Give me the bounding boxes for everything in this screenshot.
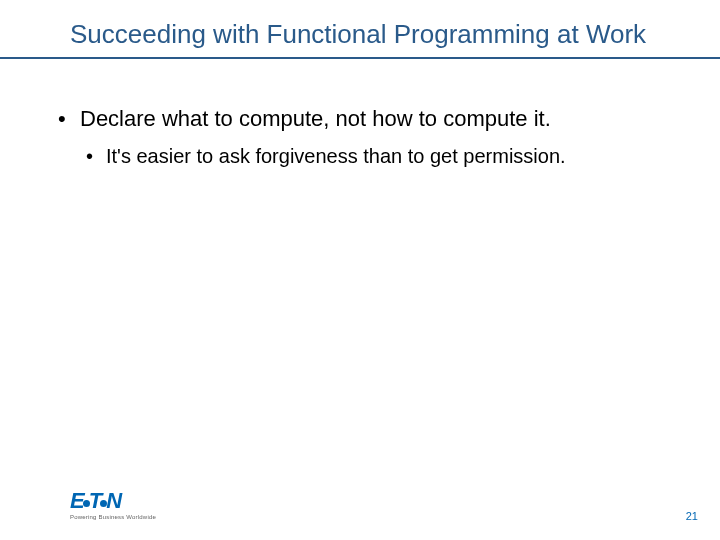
eaton-logo: ETN Powering Business Worldwide <box>70 490 156 520</box>
bullet-list: Declare what to compute, not how to comp… <box>50 104 670 171</box>
sub-bullet-list: It's easier to ask forgiveness than to g… <box>80 143 670 170</box>
page-number: 21 <box>686 510 698 522</box>
bullet-text: Declare what to compute, not how to comp… <box>80 106 551 131</box>
logo-wordmark: ETN <box>70 490 156 512</box>
footer: ETN Powering Business Worldwide 21 <box>0 480 720 540</box>
title-block: Succeeding with Functional Programming a… <box>0 0 720 59</box>
sub-bullet-text: It's easier to ask forgiveness than to g… <box>106 145 566 167</box>
content-area: Declare what to compute, not how to comp… <box>0 59 720 171</box>
sub-bullet-item: It's easier to ask forgiveness than to g… <box>80 143 670 170</box>
logo-tagline: Powering Business Worldwide <box>70 514 156 520</box>
slide-title: Succeeding with Functional Programming a… <box>70 18 670 51</box>
slide: Succeeding with Functional Programming a… <box>0 0 720 540</box>
bullet-item: Declare what to compute, not how to comp… <box>50 104 670 171</box>
